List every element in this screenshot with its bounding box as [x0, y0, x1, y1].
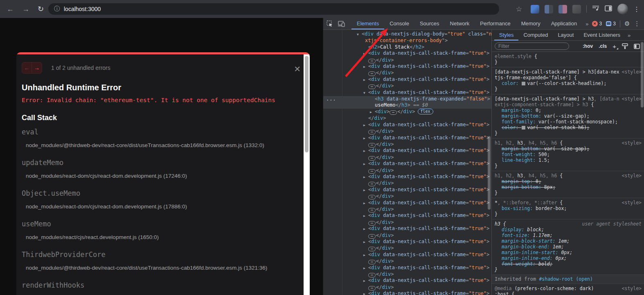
collapsed-arrow-icon[interactable]: ▶ — [363, 174, 368, 180]
dom-node-row[interactable]: ⋯</div> — [323, 284, 491, 291]
expanded-arrow-icon[interactable]: ▼ — [363, 90, 368, 96]
collapsed-content-icon[interactable]: ⋯ — [368, 260, 376, 264]
dom-node-row[interactable]: ⋯</div> — [323, 128, 491, 134]
sidebar-tab-layout[interactable]: Layout — [553, 30, 579, 40]
css-property[interactable]: margin-top: 0; — [495, 179, 620, 184]
tab-elements[interactable]: Elements — [351, 18, 384, 29]
css-property[interactable]: margin-inline-start: 0px; — [495, 250, 620, 255]
settings-gear-icon[interactable]: ⚙ — [624, 20, 630, 27]
dialog-scrollbar[interactable] — [304, 54, 310, 295]
next-error-button[interactable]: → — [32, 63, 42, 73]
issues-badge[interactable]: 3 — [606, 21, 616, 27]
dom-node-row[interactable]: ▶<div data-nextjs-call-stack-frame="true… — [323, 212, 491, 219]
sidebar-tab-computed[interactable]: Computed — [518, 30, 553, 40]
dom-node-row[interactable]: ▶<div data-nextjs-call-stack-frame="true… — [323, 291, 491, 295]
collapsed-arrow-icon[interactable]: ▶ — [363, 135, 368, 141]
dom-node-row[interactable]: ▶<div data-nextjs-call-stack-frame="true… — [323, 277, 491, 284]
collapsed-content-icon[interactable]: ⋯ — [390, 110, 397, 115]
dom-node-row[interactable]: ▶<div data-nextjs-call-stack-frame="true… — [323, 187, 491, 193]
toggle-class-button[interactable]: .cls — [599, 43, 607, 49]
css-rule[interactable]: <style>*, *::before, *::after {box-sizin… — [492, 198, 644, 219]
css-rule[interactable]: user agent stylesheeth3 {display: block;… — [492, 219, 644, 275]
css-rule[interactable]: <style>h1, h2, h3, h4, h5, h6 {margin-to… — [492, 171, 644, 198]
forward-icon[interactable]: → — [22, 5, 29, 13]
dom-node-row[interactable]: ▶<div data-nextjs-call-stack-frame="true… — [323, 265, 491, 271]
dom-node-row[interactable]: ⋯</div> — [323, 57, 491, 63]
dom-node-row[interactable]: ▶<div data-nextjs-call-stack-frame="true… — [323, 174, 491, 180]
collapsed-content-icon[interactable]: ⋯ — [368, 182, 376, 186]
css-property[interactable]: font-weight: bold; — [495, 261, 620, 267]
styles-filter-input[interactable] — [495, 42, 569, 50]
css-property[interactable]: margin-block-end: 1em; — [495, 244, 620, 250]
stack-frame[interactable]: useMemonode_modules/react/cjs/react.deve… — [22, 220, 296, 240]
rule-origin[interactable]: <style> — [622, 286, 642, 291]
collapsed-arrow-icon[interactable]: ▶ — [363, 226, 368, 232]
browser-menu-icon[interactable]: ⋮ — [633, 5, 640, 13]
css-property[interactable]: color: var(--color-stack-headline); — [495, 80, 620, 86]
dom-node-row[interactable]: ⋯</div> — [323, 70, 491, 76]
dom-node-row[interactable]: ▶<div data-nextjs-call-stack-frame="true… — [323, 148, 491, 154]
computed-sidebar-toggle-icon[interactable] — [634, 44, 640, 49]
sidebar-tab-event-listeners[interactable]: Event Listeners — [579, 30, 625, 40]
dom-node-row[interactable]: ⋯</div> — [323, 271, 491, 277]
new-style-rule-button[interactable]: + — [612, 43, 616, 50]
sidebar-more-tabs-icon[interactable]: » — [625, 30, 633, 40]
site-info-icon[interactable]: ⓘ — [54, 5, 60, 13]
collapsed-content-icon[interactable]: ⋯ — [368, 72, 376, 76]
expanded-arrow-icon[interactable]: ▼ — [357, 31, 362, 38]
dom-node-row[interactable]: ▶<div data-nextjs-call-stack-frame="true… — [323, 252, 491, 258]
tab-console[interactable]: Console — [384, 18, 414, 29]
dom-node-row[interactable]: ▶<div data-nextjs-call-stack-frame="true… — [323, 161, 491, 167]
collapsed-arrow-icon[interactable]: ▶ — [363, 148, 368, 154]
collapsed-arrow-icon[interactable]: ▶ — [363, 213, 368, 219]
bookmark-star-icon[interactable]: ☆ — [516, 5, 522, 13]
collapsed-content-icon[interactable]: ⋯ — [368, 143, 376, 148]
dom-node-row[interactable]: ▶<div data-nextjs-call-stack-frame="true… — [323, 226, 491, 232]
collapsed-content-icon[interactable]: ⋯ — [368, 169, 376, 174]
tab-performance[interactable]: Performance — [475, 18, 516, 29]
css-rule[interactable]: element.style {} — [492, 52, 644, 67]
css-property[interactable]: font-weight: 500; — [495, 152, 620, 157]
side-panel-icon[interactable] — [605, 5, 612, 13]
dialog-scrollbar-thumb[interactable] — [305, 56, 308, 152]
color-swatch[interactable] — [522, 82, 525, 85]
dom-node-row[interactable]: ▼<div data-nextjs-dialog-body="true" cla… — [323, 31, 491, 38]
media-controls-icon[interactable] — [592, 5, 599, 13]
dom-node-row[interactable]: ⋯</div> — [323, 232, 491, 239]
dom-node-row[interactable]: </div> — [323, 115, 491, 121]
rule-origin[interactable]: <style> — [622, 96, 642, 102]
dom-node-row[interactable]: ⋯</div> — [323, 193, 491, 199]
dom-node-row[interactable]: ⋯</div> — [323, 154, 491, 161]
collapsed-arrow-icon[interactable]: ▶ — [363, 265, 368, 271]
extension-icon[interactable] — [531, 5, 539, 13]
css-property[interactable]: color: var(--color-stack-h6); — [495, 125, 620, 130]
stack-frame[interactable]: Object.useMemonode_modules/react-dom/cjs… — [22, 189, 296, 210]
dom-node-row[interactable]: ⋯</div> — [323, 83, 491, 89]
collapsed-arrow-icon[interactable]: ▶ — [363, 122, 368, 128]
css-property[interactable]: margin-block-start: 1em; — [495, 238, 620, 244]
collapsed-arrow-icon[interactable]: ▶ — [363, 278, 368, 284]
shadow-root-link[interactable]: #shadow-root (open) — [539, 276, 593, 282]
css-property[interactable]: box-sizing: border-box; — [495, 206, 620, 211]
address-bar[interactable]: ⓘ localhost:3000 — [48, 3, 499, 15]
dom-node-row[interactable]: ⋯</div> — [323, 180, 491, 186]
stack-frame[interactable]: evalnode_modules/@thirdweb-dev/react-cor… — [22, 128, 296, 148]
css-property[interactable]: display: block; — [495, 227, 620, 232]
extension-icon[interactable] — [545, 5, 553, 13]
dom-node-row[interactable]: ⋯</div> — [323, 141, 491, 148]
collapsed-content-icon[interactable]: ⋯ — [368, 130, 376, 134]
css-rule[interactable]: <style>[data-nextjs-call-stack-frame] > … — [492, 67, 644, 94]
collapsed-arrow-icon[interactable]: ▶ — [363, 200, 368, 206]
dom-node-row[interactable]: ▶<div data-nextjs-call-stack-frame="true… — [323, 135, 491, 141]
dom-node-row[interactable]: ▶<div data-nextjs-call-stack-frame="true… — [323, 63, 491, 70]
collapsed-arrow-icon[interactable]: ▶ — [363, 64, 368, 70]
more-tabs-icon[interactable]: » — [582, 18, 592, 29]
collapsed-arrow-icon[interactable]: ▶ — [363, 239, 368, 245]
collapsed-arrow-icon[interactable]: ▶ — [363, 161, 368, 167]
dom-node-row[interactable]: ▶<div data-nextjs-call-stack-frame="true… — [323, 200, 491, 206]
collapsed-content-icon[interactable]: ⋯ — [368, 234, 376, 239]
collapsed-content-icon[interactable]: ⋯ — [368, 195, 376, 199]
extension-icon[interactable] — [558, 5, 567, 13]
back-icon[interactable]: ← — [7, 5, 14, 13]
flex-badge[interactable]: flex — [418, 109, 433, 114]
